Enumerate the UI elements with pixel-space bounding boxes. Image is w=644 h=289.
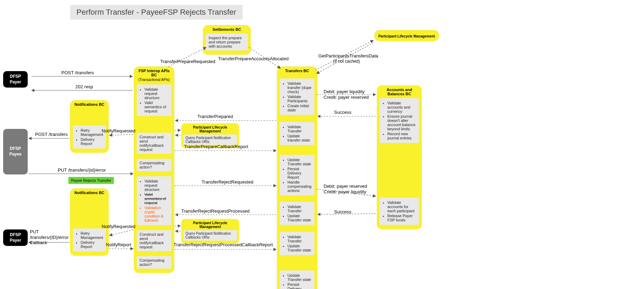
panel-plm2-text: Query Participant Notification Callbacks… bbox=[183, 230, 237, 241]
edge-202-resp: 202 resp bbox=[75, 84, 93, 89]
panel-settlements-text: Inspect the prepare and return prepare w… bbox=[206, 34, 248, 50]
panel-transfers-5: Validate Transfer Update Transfer state bbox=[280, 232, 314, 255]
bc-accounts: Accounts and Balances BC Validate accoun… bbox=[377, 85, 422, 229]
li: Retry Management bbox=[81, 231, 103, 240]
actor-dfsp-payer-bot: DFSP Payer bbox=[3, 229, 28, 246]
li: Validate request structure bbox=[144, 87, 169, 100]
svg-line-9 bbox=[109, 135, 133, 135]
panel-accounts-1: Validate accounts and currency Ensure jo… bbox=[380, 98, 419, 143]
bc-plm-2: Participant Lifecycle Management Query P… bbox=[181, 219, 239, 243]
li: Validate request structure bbox=[144, 179, 169, 192]
li: Ensure journal doesn't alter account bal… bbox=[387, 114, 416, 131]
li: Valid semantics of request bbox=[144, 101, 169, 113]
panel-fsp-validate-2: Validate request structure Valid semanti… bbox=[137, 176, 171, 225]
li: Release Payer FSP funds bbox=[387, 214, 416, 222]
edge-prepare-requested: TransferPrepareRequested bbox=[160, 59, 215, 64]
li: Persist Delivery Report bbox=[287, 167, 312, 179]
svg-line-21 bbox=[109, 230, 133, 235]
bc-subtitle: (Transactional APIs) bbox=[134, 78, 174, 83]
panel-notif2: Retry Management Delivery Report bbox=[73, 228, 106, 252]
bc-plm-top: Participant Lifecycle Management bbox=[374, 30, 439, 41]
li: Delivery Report bbox=[81, 240, 103, 249]
panel-plm1-text: Query Participant Notification Callbacks… bbox=[183, 135, 237, 145]
bc-transfers: Transfers BC Validate transfer (dupe che… bbox=[277, 67, 317, 289]
li: Validate accounts and currency bbox=[387, 101, 416, 113]
edge-put-callback: PUT /transfers/{ID}/error Callback bbox=[30, 229, 70, 246]
edge-accounts-allocated: TransferPrepareAccountsAllocated bbox=[218, 56, 289, 61]
li: Record new journal entries bbox=[387, 132, 416, 140]
li: Retry Management bbox=[81, 128, 103, 137]
edge-notify-requested-1: NotifyRequested bbox=[102, 128, 135, 133]
panel-notif1: Retry Management Delivery Report bbox=[73, 125, 106, 149]
li: Validate Transfer bbox=[287, 235, 312, 243]
panel-fsp-validate-1: Validate request structure Valid semanti… bbox=[137, 84, 171, 116]
edge-debit-2: Debit: payer reserved bbox=[324, 184, 367, 189]
li: Update Transfer state bbox=[287, 158, 312, 166]
edge-reject-cb-report: TransferRejectRequestProcessedCallbackRe… bbox=[174, 242, 272, 248]
li: Validate Participants bbox=[287, 95, 312, 103]
li: Create initial state bbox=[287, 104, 312, 112]
panel-transfers-6: Update Transfer state Persist Delivery R… bbox=[280, 270, 314, 289]
li: Update Transfer state bbox=[287, 214, 312, 222]
panel-transfers-4: Validate Transfer Update Transfer state bbox=[280, 202, 314, 225]
edge-success-2: Success bbox=[334, 209, 351, 214]
bc-notifications-1: Notifications BC Retry Management Delive… bbox=[70, 100, 109, 153]
edge-notify-requested-2: NotifyRequested bbox=[102, 224, 135, 229]
actor-label: Payer bbox=[5, 238, 26, 243]
panel-fsp-compensate-1: Compensating action? bbox=[137, 159, 171, 171]
bc-title: Accounts and Balances BC bbox=[377, 85, 422, 97]
li: Validate Transfer bbox=[287, 125, 312, 133]
bc-title: Participant Lifecycle Management bbox=[376, 32, 438, 39]
actor-label: DFSP bbox=[5, 232, 26, 238]
bc-title: Participant Lifecycle Management bbox=[181, 124, 239, 134]
li: Validation crypto condition & fullment bbox=[144, 206, 169, 222]
actor-label: Payee bbox=[5, 152, 26, 157]
panel-transfers-2: Validate Transfer Update transfer state bbox=[280, 122, 314, 145]
edge-get-participants-sub: (If not cached) bbox=[333, 59, 360, 64]
actor-label: DFSP bbox=[5, 146, 26, 152]
panel-accounts-2: Validate accounts for each participant R… bbox=[380, 198, 419, 225]
li: Update Transfer state bbox=[287, 273, 312, 282]
edge-post-transfers-1: POST /transfers bbox=[61, 70, 94, 75]
tag-payee-rejects: Payee Rejects Transfer bbox=[68, 177, 114, 184]
edge-get-participants: GetParticipantsTransfersData bbox=[318, 53, 378, 59]
li: Validate transfer (dupe check) bbox=[287, 81, 312, 94]
edge-notify-report: NotifyReport bbox=[106, 242, 131, 247]
bc-fsp-interop: FSP Interop APIs BC (Transactional APIs)… bbox=[134, 67, 174, 273]
bc-title: Notifications BC bbox=[70, 188, 109, 195]
edge-prepare-cb-report: TransferPrepareCallbackReport bbox=[184, 144, 248, 149]
panel-fsp-compensate-2: Compensating action? bbox=[137, 256, 171, 269]
edge-credit-1: Credit: payer reserved bbox=[324, 95, 369, 100]
actor-label: DFSP bbox=[5, 74, 26, 80]
actor-dfsp-payer-top: DFSP Payer bbox=[3, 71, 28, 88]
bc-settlements: Settlements BC Inspect the prepare and r… bbox=[203, 25, 251, 55]
li: Update Transfer state bbox=[287, 244, 312, 252]
bc-title: Participant Lifecycle Management bbox=[181, 220, 239, 229]
panel-transfers-1: Validate transfer (dupe check) Validate … bbox=[280, 78, 314, 115]
panel-fsp-construct-1: Construct and send notify/callback reque… bbox=[137, 133, 171, 154]
actor-label: Payer bbox=[5, 80, 26, 85]
edge-credit-2: Credit: payer liquidity bbox=[324, 189, 366, 194]
actor-dfsp-payee: DFSP Payee bbox=[3, 129, 28, 174]
li: Persist Delivery Report bbox=[287, 282, 312, 289]
edge-post-transfers-2: POST /transfers bbox=[35, 132, 68, 137]
li: Update transfer state bbox=[287, 134, 312, 142]
edge-transfer-prepared: TransferPrepared bbox=[197, 114, 233, 119]
bc-notifications-2: Notifications BC Retry Management Delive… bbox=[70, 188, 109, 256]
bc-title: Settlements BC bbox=[203, 25, 251, 32]
edge-reject-processed: TransferRejectRequestProcessed bbox=[181, 208, 250, 214]
bc-title: Notifications BC bbox=[70, 100, 109, 107]
panel-transfers-3: Update Transfer state Persist Delivery R… bbox=[280, 155, 314, 195]
edge-debit-1: Debit: payer liquidity bbox=[324, 89, 365, 94]
li: Validate Transfer bbox=[287, 205, 312, 213]
diagram-canvas: Perform Transfer - PayeeFSP Rejects Tran… bbox=[0, 0, 644, 289]
diagram-title: Perform Transfer - PayeeFSP Rejects Tran… bbox=[70, 5, 243, 20]
edge-success-1: Success bbox=[334, 110, 351, 115]
li: Validate accounts for each participant bbox=[387, 200, 416, 213]
edge-put-error: PUT /transfers/{id}/error bbox=[58, 167, 106, 173]
bc-title: Transfers BC bbox=[277, 67, 317, 74]
li: Valid semantics of request bbox=[144, 192, 169, 205]
panel-fsp-construct-2: Construct and send notify/callback reque… bbox=[137, 230, 171, 251]
edge-reject-requested: TransferRejectRequested bbox=[202, 179, 253, 185]
bc-title: FSP Interop APIs BC bbox=[134, 67, 174, 78]
